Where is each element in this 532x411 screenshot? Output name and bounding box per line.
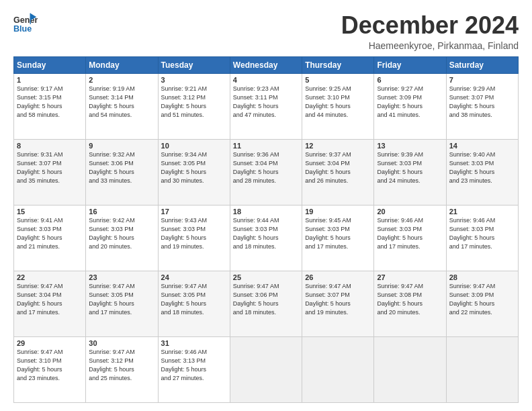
weekday-header-tuesday: Tuesday: [158, 56, 230, 73]
day-details: Sunrise: 9:47 AM Sunset: 3:10 PM Dayligh…: [17, 348, 83, 383]
logo: General Blue: [13, 12, 38, 36]
day-details: Sunrise: 9:47 AM Sunset: 3:08 PM Dayligh…: [377, 282, 443, 317]
day-number: 9: [89, 142, 154, 150]
calendar-cell: 23Sunrise: 9:47 AM Sunset: 3:05 PM Dayli…: [86, 271, 158, 336]
day-details: Sunrise: 9:46 AM Sunset: 3:03 PM Dayligh…: [377, 216, 443, 251]
calendar-cell: 3Sunrise: 9:21 AM Sunset: 3:12 PM Daylig…: [158, 73, 230, 139]
day-details: Sunrise: 9:44 AM Sunset: 3:03 PM Dayligh…: [233, 216, 299, 251]
day-number: 3: [161, 76, 227, 84]
day-details: Sunrise: 9:41 AM Sunset: 3:03 PM Dayligh…: [17, 216, 83, 251]
calendar-cell: 16Sunrise: 9:42 AM Sunset: 3:03 PM Dayli…: [86, 205, 158, 271]
calendar-cell: [230, 336, 302, 402]
day-number: 11: [233, 142, 299, 150]
day-details: Sunrise: 9:46 AM Sunset: 3:13 PM Dayligh…: [161, 348, 227, 383]
calendar-cell: 4Sunrise: 9:23 AM Sunset: 3:11 PM Daylig…: [230, 73, 302, 139]
logo-icon: General Blue: [13, 12, 38, 36]
day-details: Sunrise: 9:25 AM Sunset: 3:10 PM Dayligh…: [305, 85, 371, 120]
calendar-cell: 22Sunrise: 9:47 AM Sunset: 3:04 PM Dayli…: [14, 271, 86, 336]
day-details: Sunrise: 9:39 AM Sunset: 3:03 PM Dayligh…: [377, 150, 443, 185]
day-details: Sunrise: 9:47 AM Sunset: 3:06 PM Dayligh…: [233, 282, 299, 317]
day-number: 17: [161, 208, 227, 216]
weekday-header-monday: Monday: [86, 56, 158, 73]
day-details: Sunrise: 9:47 AM Sunset: 3:05 PM Dayligh…: [161, 282, 227, 317]
day-number: 20: [377, 208, 443, 216]
calendar-cell: 8Sunrise: 9:31 AM Sunset: 3:07 PM Daylig…: [14, 139, 86, 205]
day-details: Sunrise: 9:29 AM Sunset: 3:07 PM Dayligh…: [449, 85, 515, 120]
day-number: 18: [233, 208, 299, 216]
calendar-cell: [374, 336, 446, 402]
svg-text:Blue: Blue: [13, 24, 32, 34]
day-number: 25: [233, 273, 299, 281]
day-number: 5: [305, 76, 371, 84]
calendar-cell: 30Sunrise: 9:47 AM Sunset: 3:12 PM Dayli…: [86, 336, 158, 402]
day-number: 23: [89, 273, 154, 281]
day-details: Sunrise: 9:37 AM Sunset: 3:04 PM Dayligh…: [305, 150, 371, 185]
day-details: Sunrise: 9:31 AM Sunset: 3:07 PM Dayligh…: [17, 150, 83, 185]
day-number: 24: [161, 273, 227, 281]
day-details: Sunrise: 9:47 AM Sunset: 3:05 PM Dayligh…: [89, 282, 154, 317]
day-number: 22: [17, 273, 83, 281]
day-number: 13: [377, 142, 443, 150]
weekday-header-saturday: Saturday: [446, 56, 518, 73]
day-number: 27: [377, 273, 443, 281]
header: General Blue December 2024 Haemeenkyroe,…: [13, 12, 519, 51]
calendar-cell: 26Sunrise: 9:47 AM Sunset: 3:07 PM Dayli…: [302, 271, 374, 336]
day-details: Sunrise: 9:19 AM Sunset: 3:14 PM Dayligh…: [89, 85, 154, 120]
day-details: Sunrise: 9:36 AM Sunset: 3:04 PM Dayligh…: [233, 150, 299, 185]
day-details: Sunrise: 9:32 AM Sunset: 3:06 PM Dayligh…: [89, 150, 154, 185]
day-number: 28: [449, 273, 515, 281]
location-subtitle: Haemeenkyroe, Pirkanmaa, Finland: [341, 40, 519, 51]
day-number: 15: [17, 208, 83, 216]
weekday-header-sunday: Sunday: [14, 56, 86, 73]
calendar-week-2: 8Sunrise: 9:31 AM Sunset: 3:07 PM Daylig…: [14, 139, 519, 205]
day-number: 29: [17, 339, 83, 347]
calendar-cell: 27Sunrise: 9:47 AM Sunset: 3:08 PM Dayli…: [374, 271, 446, 336]
calendar-table: SundayMondayTuesdayWednesdayThursdayFrid…: [13, 56, 519, 403]
calendar-cell: 9Sunrise: 9:32 AM Sunset: 3:06 PM Daylig…: [86, 139, 158, 205]
day-details: Sunrise: 9:47 AM Sunset: 3:12 PM Dayligh…: [89, 348, 154, 383]
calendar-week-4: 22Sunrise: 9:47 AM Sunset: 3:04 PM Dayli…: [14, 271, 519, 336]
calendar-cell: 1Sunrise: 9:17 AM Sunset: 3:15 PM Daylig…: [14, 73, 86, 139]
day-number: 10: [161, 142, 227, 150]
calendar-cell: 19Sunrise: 9:45 AM Sunset: 3:03 PM Dayli…: [302, 205, 374, 271]
calendar-week-3: 15Sunrise: 9:41 AM Sunset: 3:03 PM Dayli…: [14, 205, 519, 271]
day-number: 16: [89, 208, 154, 216]
day-number: 6: [377, 76, 443, 84]
day-details: Sunrise: 9:47 AM Sunset: 3:04 PM Dayligh…: [17, 282, 83, 317]
day-details: Sunrise: 9:47 AM Sunset: 3:07 PM Dayligh…: [305, 282, 371, 317]
page: General Blue December 2024 Haemeenkyroe,…: [0, 0, 532, 411]
day-number: 7: [449, 76, 515, 84]
calendar-cell: [302, 336, 374, 402]
day-number: 12: [305, 142, 371, 150]
day-number: 31: [161, 339, 227, 347]
day-number: 21: [449, 208, 515, 216]
day-details: Sunrise: 9:40 AM Sunset: 3:03 PM Dayligh…: [449, 150, 515, 185]
day-number: 4: [233, 76, 299, 84]
calendar-cell: 11Sunrise: 9:36 AM Sunset: 3:04 PM Dayli…: [230, 139, 302, 205]
day-details: Sunrise: 9:43 AM Sunset: 3:03 PM Dayligh…: [161, 216, 227, 251]
calendar-cell: 25Sunrise: 9:47 AM Sunset: 3:06 PM Dayli…: [230, 271, 302, 336]
weekday-header-wednesday: Wednesday: [230, 56, 302, 73]
calendar-cell: 14Sunrise: 9:40 AM Sunset: 3:03 PM Dayli…: [446, 139, 518, 205]
calendar-cell: 6Sunrise: 9:27 AM Sunset: 3:09 PM Daylig…: [374, 73, 446, 139]
day-details: Sunrise: 9:27 AM Sunset: 3:09 PM Dayligh…: [377, 85, 443, 120]
day-number: 26: [305, 273, 371, 281]
weekday-header-row: SundayMondayTuesdayWednesdayThursdayFrid…: [14, 56, 519, 73]
day-details: Sunrise: 9:45 AM Sunset: 3:03 PM Dayligh…: [305, 216, 371, 251]
day-number: 14: [449, 142, 515, 150]
calendar-cell: 5Sunrise: 9:25 AM Sunset: 3:10 PM Daylig…: [302, 73, 374, 139]
day-details: Sunrise: 9:23 AM Sunset: 3:11 PM Dayligh…: [233, 85, 299, 120]
day-details: Sunrise: 9:47 AM Sunset: 3:09 PM Dayligh…: [449, 282, 515, 317]
calendar-cell: 2Sunrise: 9:19 AM Sunset: 3:14 PM Daylig…: [86, 73, 158, 139]
calendar-cell: 21Sunrise: 9:46 AM Sunset: 3:03 PM Dayli…: [446, 205, 518, 271]
calendar-week-1: 1Sunrise: 9:17 AM Sunset: 3:15 PM Daylig…: [14, 73, 519, 139]
calendar-cell: [446, 336, 518, 402]
calendar-cell: 15Sunrise: 9:41 AM Sunset: 3:03 PM Dayli…: [14, 205, 86, 271]
calendar-cell: 12Sunrise: 9:37 AM Sunset: 3:04 PM Dayli…: [302, 139, 374, 205]
calendar-cell: 17Sunrise: 9:43 AM Sunset: 3:03 PM Dayli…: [158, 205, 230, 271]
month-title: December 2024: [341, 12, 519, 39]
calendar-cell: 24Sunrise: 9:47 AM Sunset: 3:05 PM Dayli…: [158, 271, 230, 336]
title-block: December 2024 Haemeenkyroe, Pirkanmaa, F…: [341, 12, 519, 51]
day-details: Sunrise: 9:17 AM Sunset: 3:15 PM Dayligh…: [17, 85, 83, 120]
calendar-cell: 7Sunrise: 9:29 AM Sunset: 3:07 PM Daylig…: [446, 73, 518, 139]
